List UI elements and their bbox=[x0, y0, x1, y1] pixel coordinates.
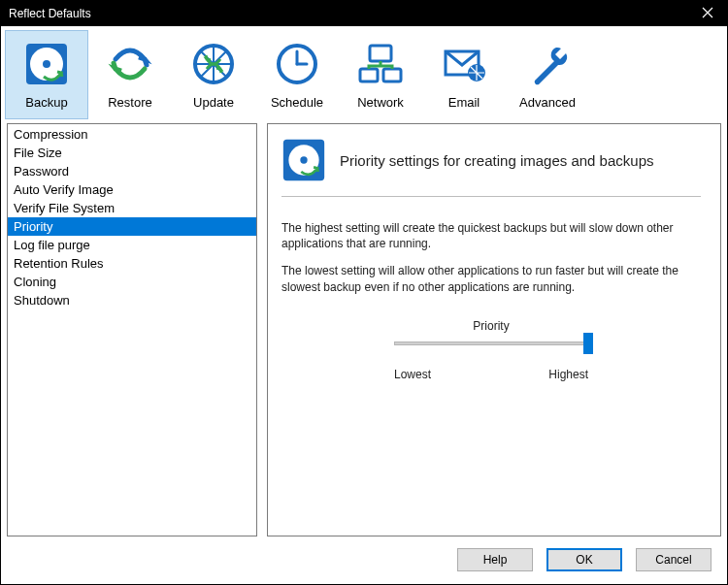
backup-icon bbox=[21, 39, 72, 89]
sidebar-item-priority[interactable]: Priority bbox=[8, 217, 256, 236]
restore-icon bbox=[105, 39, 155, 89]
settings-panel: Priority settings for creating images an… bbox=[267, 123, 721, 536]
toolbar-item-label: Advanced bbox=[519, 95, 576, 110]
close-icon bbox=[702, 6, 713, 21]
panel-body: The highest setting will create the quic… bbox=[281, 220, 701, 382]
toolbar-item-label: Email bbox=[448, 95, 480, 110]
network-icon bbox=[355, 39, 406, 89]
help-button[interactable]: Help bbox=[457, 548, 533, 571]
svg-rect-9 bbox=[383, 69, 401, 81]
cancel-button[interactable]: Cancel bbox=[636, 548, 711, 571]
toolbar-item-network[interactable]: Network bbox=[339, 30, 422, 119]
close-button[interactable] bbox=[688, 1, 727, 26]
backup-icon bbox=[281, 138, 326, 182]
toolbar-item-label: Network bbox=[357, 95, 404, 110]
window-title: Reflect Defaults bbox=[9, 7, 91, 20]
schedule-icon bbox=[272, 39, 322, 89]
sidebar-item-auto-verify-image[interactable]: Auto Verify Image bbox=[8, 180, 256, 199]
priority-slider[interactable] bbox=[394, 341, 588, 345]
sidebar-item-shutdown[interactable]: Shutdown bbox=[8, 291, 256, 309]
toolbar-item-advanced[interactable]: Advanced bbox=[506, 30, 589, 119]
ok-button[interactable]: OK bbox=[546, 548, 622, 571]
sidebar-item-verify-file-system[interactable]: Verify File System bbox=[8, 199, 256, 217]
advanced-icon bbox=[522, 39, 573, 89]
slider-end-labels: Lowest Highest bbox=[394, 367, 588, 382]
priority-slider-zone: Priority Lowest Highest bbox=[281, 318, 701, 382]
slider-low-label: Lowest bbox=[394, 367, 431, 382]
main-area: Compression File Size Password Auto Veri… bbox=[1, 119, 727, 542]
toolbar-item-label: Update bbox=[193, 95, 234, 110]
separator bbox=[281, 196, 701, 197]
slider-track bbox=[394, 341, 588, 345]
svg-rect-7 bbox=[370, 46, 391, 61]
sidebar-item-password[interactable]: Password bbox=[8, 162, 256, 180]
update-icon bbox=[188, 39, 239, 89]
sidebar-item-retention-rules[interactable]: Retention Rules bbox=[8, 254, 256, 273]
sidebar-item-file-size[interactable]: File Size bbox=[8, 144, 256, 162]
sidebar-item-cloning[interactable]: Cloning bbox=[8, 273, 256, 291]
toolbar-item-label: Schedule bbox=[271, 95, 323, 110]
panel-header: Priority settings for creating images an… bbox=[281, 138, 701, 182]
toolbar-item-schedule[interactable]: Schedule bbox=[255, 30, 339, 119]
titlebar: Reflect Defaults bbox=[1, 1, 727, 26]
toolbar: Backup Restore Update bbox=[1, 26, 727, 119]
toolbar-item-restore[interactable]: Restore bbox=[88, 30, 172, 119]
svg-point-2 bbox=[43, 60, 50, 68]
slider-label: Priority bbox=[281, 318, 701, 334]
slider-thumb[interactable] bbox=[583, 333, 593, 354]
toolbar-item-update[interactable]: Update bbox=[172, 30, 255, 119]
toolbar-item-backup[interactable]: Backup bbox=[5, 30, 88, 119]
sidebar-item-log-file-purge[interactable]: Log file purge bbox=[8, 236, 256, 254]
panel-paragraph-1: The highest setting will create the quic… bbox=[281, 220, 701, 251]
settings-list: Compression File Size Password Auto Veri… bbox=[7, 123, 257, 536]
svg-rect-8 bbox=[360, 69, 378, 81]
sidebar-item-compression[interactable]: Compression bbox=[8, 125, 256, 144]
panel-title: Priority settings for creating images an… bbox=[340, 152, 654, 169]
toolbar-item-email[interactable]: Email bbox=[422, 30, 506, 119]
toolbar-item-label: Backup bbox=[25, 95, 67, 110]
dialog-footer: Help OK Cancel bbox=[1, 542, 727, 581]
toolbar-item-label: Restore bbox=[108, 95, 152, 110]
svg-point-14 bbox=[300, 156, 307, 163]
slider-high-label: Highest bbox=[548, 367, 588, 382]
panel-paragraph-2: The lowest setting will allow other appl… bbox=[281, 263, 701, 294]
email-icon bbox=[439, 39, 489, 89]
